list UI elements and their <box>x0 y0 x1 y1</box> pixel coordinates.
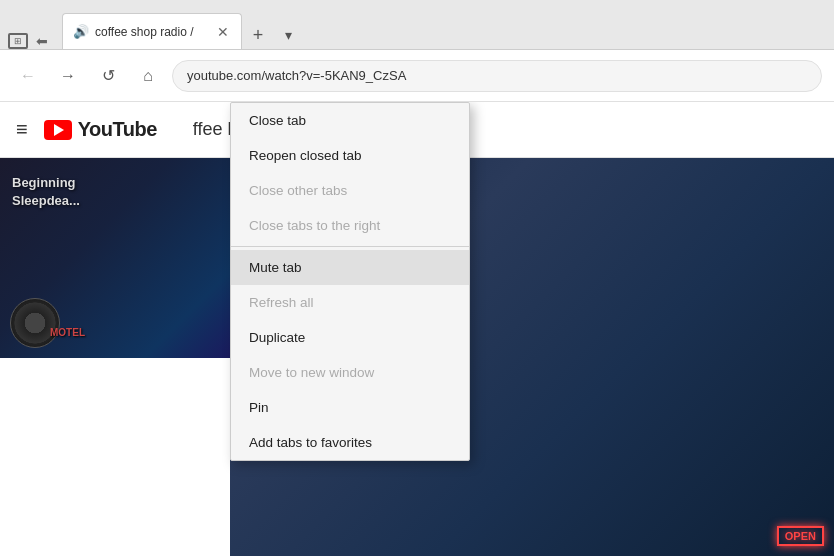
page-content: ≡ YouTube ffee house radio Beginning Sle… <box>0 102 834 556</box>
menu-item-duplicate[interactable]: Duplicate <box>231 320 469 355</box>
thumbnail-overlay-text: Beginning Sleepdea... <box>12 174 80 210</box>
active-tab[interactable]: 🔊 coffee shop radio / ✕ <box>62 13 242 49</box>
thumbnail-line1: Beginning <box>12 174 80 192</box>
menu-item-mute-tab[interactable]: Mute tab <box>231 250 469 285</box>
full-page: ⊞ ⬅ 🔊 coffee shop radio / ✕ + ▾ ← → ↺ ⌂ … <box>0 0 834 556</box>
back-icon-tab[interactable]: ⬅ <box>32 33 52 49</box>
tab-title: coffee shop radio / <box>95 25 209 39</box>
window-icon: ⊞ <box>8 33 28 49</box>
menu-item-add-tabs-to-favorites[interactable]: Add tabs to favorites <box>231 425 469 460</box>
back-button[interactable]: ← <box>12 60 44 92</box>
menu-item-reopen-closed-tab[interactable]: Reopen closed tab <box>231 138 469 173</box>
nav-bar: ← → ↺ ⌂ youtube.com/watch?v=-5KAN9_CzSA <box>0 50 834 102</box>
menu-item-close-tab[interactable]: Close tab <box>231 103 469 138</box>
youtube-logo-text: YouTube <box>78 118 157 141</box>
url-text: youtube.com/watch?v=-5KAN9_CzSA <box>187 68 406 83</box>
separator-after-close-tabs-right <box>231 246 469 247</box>
forward-button[interactable]: → <box>52 60 84 92</box>
menu-item-close-tabs-right: Close tabs to the right <box>231 208 469 243</box>
motel-sign: MOTEL <box>50 327 85 338</box>
menu-item-refresh-all: Refresh all <box>231 285 469 320</box>
menu-item-close-other-tabs: Close other tabs <box>231 173 469 208</box>
youtube-logo[interactable]: YouTube <box>44 118 157 141</box>
tab-close-button[interactable]: ✕ <box>215 22 231 42</box>
context-menu: Close tabReopen closed tabClose other ta… <box>230 102 470 461</box>
hamburger-menu-icon[interactable]: ≡ <box>16 118 28 141</box>
address-bar[interactable]: youtube.com/watch?v=-5KAN9_CzSA <box>172 60 822 92</box>
thumbnail-line2: Sleepdea... <box>12 192 80 210</box>
thumbnail-image: Beginning Sleepdea... MOTEL <box>0 158 230 358</box>
home-button[interactable]: ⌂ <box>132 60 164 92</box>
menu-item-move-to-new-window: Move to new window <box>231 355 469 390</box>
youtube-logo-icon <box>44 120 72 140</box>
vinyl-record <box>10 298 60 348</box>
browser-chrome: ⊞ ⬅ 🔊 coffee shop radio / ✕ + ▾ <box>0 0 834 50</box>
tab-bar: ⊞ ⬅ 🔊 coffee shop radio / ✕ + ▾ <box>8 0 302 49</box>
refresh-button[interactable]: ↺ <box>92 60 124 92</box>
thumbnail-panel: Beginning Sleepdea... MOTEL <box>0 158 230 556</box>
new-tab-button[interactable]: + <box>244 21 272 49</box>
tab-list-button[interactable]: ▾ <box>274 21 302 49</box>
open-sign: OPEN <box>777 526 824 546</box>
menu-item-pin[interactable]: Pin <box>231 390 469 425</box>
tab-audio-icon: 🔊 <box>73 24 89 39</box>
